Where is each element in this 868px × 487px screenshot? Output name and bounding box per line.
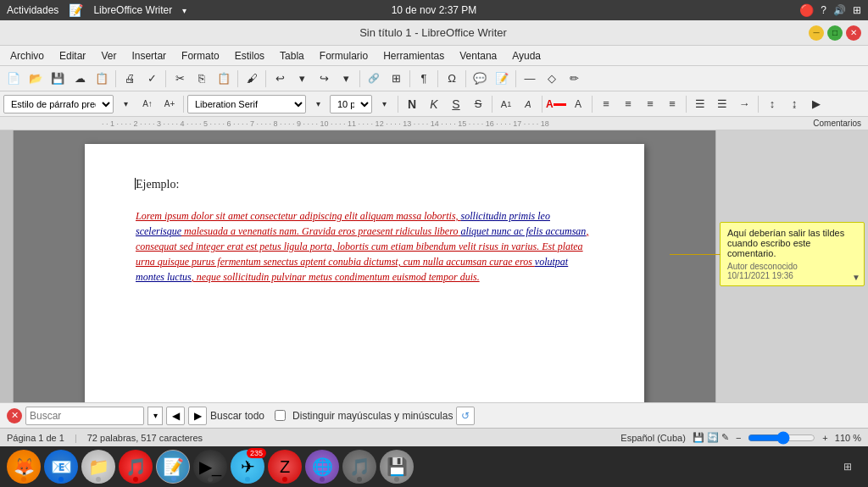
style-dropdown[interactable]: Estilo de párrafo pred [3,95,114,113]
page-container[interactable]: Ejemplo: Lorem ipsum dolor sit amet cons… [14,130,715,402]
print-preview-button[interactable]: 🖨 [120,69,140,89]
maximize-button[interactable]: □ [827,25,843,41]
menu-herramientas[interactable]: Herramientas [376,48,451,64]
bold-button[interactable]: N [402,94,422,114]
sep-fmt5 [592,96,593,113]
menu-formulario[interactable]: Formulario [313,48,375,64]
font-name-dropdown[interactable]: Liberation Serif [187,95,306,113]
menu-estilos[interactable]: Estilos [228,48,271,64]
number-list-button[interactable]: ☰ [712,94,732,114]
zoom-in-icon[interactable]: + [822,433,827,443]
font-name-arrow[interactable]: ▾ [308,94,328,114]
menu-tabla[interactable]: Tabla [273,48,311,64]
menu-ayuda[interactable]: Ayuda [505,48,548,64]
bullet-list-button[interactable]: ☰ [690,94,710,114]
comment-button[interactable]: 💬 [470,69,490,89]
save-button[interactable]: 💾 [47,69,68,89]
superscript-button[interactable]: A1 [496,94,516,114]
strikethrough-button[interactable]: S [468,94,488,114]
draw-button[interactable]: ✏ [564,69,584,89]
save-remote-button[interactable]: ☁ [70,69,90,89]
align-justify-button[interactable]: ≡ [662,94,682,114]
taskbar-usb[interactable]: 💾 [380,450,414,484]
menu-archivo[interactable]: Archivo [3,48,51,64]
redo-button[interactable]: ↪ [314,69,334,89]
menu-ver[interactable]: Ver [94,48,123,64]
track-changes-button[interactable]: 📝 [492,69,512,89]
taskbar-files[interactable]: 📁 [81,450,115,484]
font-size-dropdown[interactable]: 10 pt [330,95,372,113]
taskbar-music[interactable]: 🎵 [342,450,376,484]
menu-formato[interactable]: Formato [175,48,226,64]
cut-button[interactable]: ✂ [170,69,190,89]
sep6 [409,70,410,87]
indent-more-button[interactable]: → [734,94,754,114]
zoom-out-icon[interactable]: − [736,433,741,443]
taskbar-thunderbird[interactable]: 📧 [44,450,78,484]
spellcheck-button[interactable]: ✓ [142,69,162,89]
search-dropdown-button[interactable]: ▾ [147,407,163,425]
taskbar-rhythmbox[interactable]: 🎵 [119,450,153,484]
app-menu-arrow[interactable]: ▾ [182,6,186,15]
taskbar-firefox[interactable]: 🦊 [7,450,41,484]
close-button[interactable]: ✕ [846,25,861,41]
taskbar-telegram[interactable]: ✈ 235 [231,450,264,484]
paste-button[interactable]: 📋 [214,69,234,89]
new-button[interactable]: 📄 [3,69,24,89]
undo-dropdown[interactable]: ▾ [292,69,312,89]
style-update-btn[interactable]: A↑ [137,94,158,114]
app-grid-button[interactable]: ⊞ [834,453,861,480]
italic-button[interactable]: K [424,94,444,114]
align-left-button[interactable]: ≡ [596,94,616,114]
activities-label[interactable]: Actividades [7,4,58,16]
comment-bubble[interactable]: Aquí deberían salir las tildes cuando es… [720,222,865,286]
highlight-button[interactable]: A [568,94,588,114]
document-body[interactable]: Lorem ipsum dolor sit amet consectetur a… [136,208,593,285]
taskbar-terminal[interactable]: ▶_ [193,450,227,484]
line-spacing-button[interactable]: ↕ [762,94,782,114]
find-all-label[interactable]: Buscar todo [210,410,264,422]
minimize-button[interactable]: ─ [809,25,824,41]
shape-button[interactable]: ◇ [542,69,562,89]
open-button[interactable]: 📂 [25,69,46,89]
subscript-button[interactable]: A [518,94,538,114]
redo-dropdown[interactable]: ▾ [336,69,356,89]
search-input[interactable] [25,407,144,425]
help-icon[interactable]: ? [821,4,826,16]
taskbar-zotero[interactable]: Z [268,450,302,484]
align-center-button[interactable]: ≡ [618,94,638,114]
font-color-button[interactable]: A [546,94,566,114]
table-button[interactable]: ⊞ [386,69,406,89]
systray-icon[interactable]: ⊞ [853,4,861,16]
taskbar-network[interactable]: 🌐 [305,450,339,484]
undo-button[interactable]: ↩ [270,69,290,89]
app-name-label[interactable]: LibreOffice Writer [93,4,172,16]
clone-format-button[interactable]: 🖌 [242,69,262,89]
line-button[interactable]: — [520,69,540,89]
menu-ventana[interactable]: Ventana [453,48,504,64]
taskbar-libreoffice[interactable]: 📝 [156,450,190,484]
menu-insertar[interactable]: Insertar [125,48,173,64]
zoom-slider[interactable] [748,431,815,445]
document-page[interactable]: Ejemplo: Lorem ipsum dolor sit amet cons… [85,144,644,402]
search-close-button[interactable]: ✕ [7,408,22,423]
align-right-button[interactable]: ≡ [640,94,660,114]
match-case-checkbox[interactable] [275,410,286,421]
pdf-button[interactable]: 📋 [92,69,112,89]
style-dropdown-arrow[interactable]: ▾ [115,94,136,114]
search-refresh-button[interactable]: ↺ [456,407,475,425]
more-formatting-button[interactable]: ▶ [806,94,826,114]
comment-dropdown-arrow[interactable]: ▼ [852,273,860,282]
volume-icon[interactable]: 🔊 [833,4,846,16]
insert-field-button[interactable]: Ω [442,69,462,89]
style-new-btn[interactable]: A+ [159,94,180,114]
search-prev-button[interactable]: ◀ [166,407,185,425]
paragraph-spacing-button[interactable]: ↨ [784,94,804,114]
underline-button[interactable]: S [446,94,466,114]
copy-button[interactable]: ⎘ [192,69,212,89]
search-next-button[interactable]: ▶ [188,407,207,425]
menu-editar[interactable]: Editar [53,48,92,64]
font-size-arrow[interactable]: ▾ [374,94,394,114]
nonprint-button[interactable]: ¶ [414,69,434,89]
hyperlink-button[interactable]: 🔗 [364,69,384,89]
